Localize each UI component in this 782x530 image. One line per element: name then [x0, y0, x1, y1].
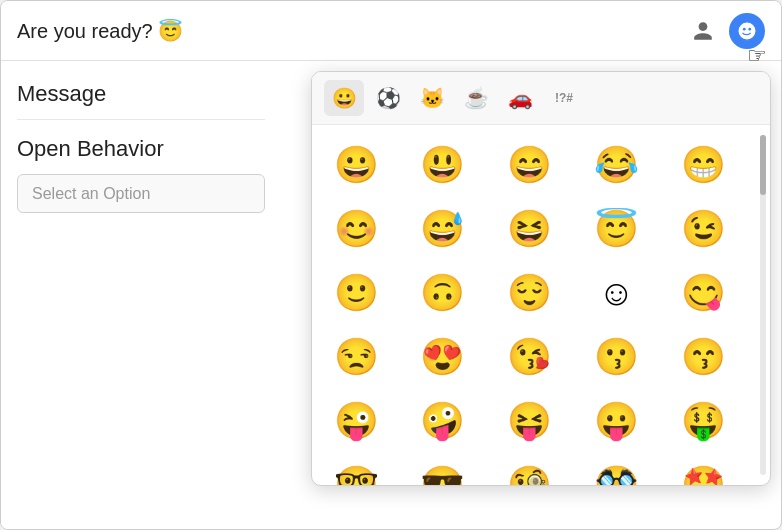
- select-option-dropdown[interactable]: Select an Option: [17, 174, 265, 213]
- emoji-cell[interactable]: 😜: [326, 391, 386, 451]
- emoji-cell[interactable]: 😍: [413, 327, 473, 387]
- emoji-tab-smiley[interactable]: 😀: [324, 80, 364, 116]
- emoji-cell[interactable]: 😀: [326, 135, 386, 195]
- emoji-cell[interactable]: 🤑: [673, 391, 733, 451]
- emoji-icon: [736, 20, 758, 42]
- header-bar: Are you ready? 😇: [1, 1, 781, 61]
- emoji-cell[interactable]: 😎: [413, 455, 473, 485]
- emoji-cell[interactable]: 🤩: [673, 455, 733, 485]
- emoji-cell[interactable]: 😃: [413, 135, 473, 195]
- emoji-icon-button[interactable]: [729, 13, 765, 49]
- emoji-cell[interactable]: 😝: [500, 391, 560, 451]
- message-label: Message: [17, 81, 265, 120]
- emoji-picker-panel: 😀 ⚽ 🐱 ☕ 🚗 !?# 😀😃😄😂😁😊😅😆😇😉🙂🙃😌☺️😋😒😍😘😗😙😜🤪😝😛🤑…: [311, 71, 771, 486]
- left-panel: Message Open Behavior Select an Option: [1, 61, 281, 529]
- emoji-cell[interactable]: 😘: [500, 327, 560, 387]
- emoji-cell[interactable]: 😛: [586, 391, 646, 451]
- emoji-cell[interactable]: 😌: [500, 263, 560, 323]
- main-container: Are you ready? 😇 Message Open Behavior: [0, 0, 782, 530]
- person-icon: [692, 20, 714, 42]
- emoji-cell[interactable]: ☺️: [586, 263, 646, 323]
- page-title: Are you ready? 😇: [17, 19, 183, 43]
- emoji-cell[interactable]: 🥸: [586, 455, 646, 485]
- emoji-tab-symbols[interactable]: !?#: [544, 80, 584, 116]
- open-behavior-label: Open Behavior: [17, 136, 265, 162]
- emoji-cell[interactable]: 🤪: [413, 391, 473, 451]
- emoji-cell[interactable]: 😄: [500, 135, 560, 195]
- emoji-tabs: 😀 ⚽ 🐱 ☕ 🚗 !?#: [312, 72, 770, 125]
- emoji-tab-sports[interactable]: ⚽: [368, 80, 408, 116]
- emoji-grid-wrapper: 😀😃😄😂😁😊😅😆😇😉🙂🙃😌☺️😋😒😍😘😗😙😜🤪😝😛🤑🤓😎🧐🥸🤩: [312, 125, 770, 485]
- emoji-grid: 😀😃😄😂😁😊😅😆😇😉🙂🙃😌☺️😋😒😍😘😗😙😜🤪😝😛🤑🤓😎🧐🥸🤩: [312, 125, 770, 485]
- emoji-cell[interactable]: 😒: [326, 327, 386, 387]
- emoji-cell[interactable]: 😊: [326, 199, 386, 259]
- header-icons: [685, 13, 765, 49]
- symbols-tab-label: !?#: [555, 91, 573, 105]
- emoji-cell[interactable]: 🙂: [326, 263, 386, 323]
- emoji-cell[interactable]: 😗: [586, 327, 646, 387]
- emoji-cell[interactable]: 😁: [673, 135, 733, 195]
- emoji-cell[interactable]: 😙: [673, 327, 733, 387]
- emoji-cell[interactable]: 😇: [586, 199, 646, 259]
- svg-point-2: [748, 27, 751, 30]
- emoji-cell[interactable]: 😂: [586, 135, 646, 195]
- scroll-track: [760, 135, 766, 475]
- emoji-cell[interactable]: 😋: [673, 263, 733, 323]
- emoji-cell[interactable]: 🧐: [500, 455, 560, 485]
- emoji-cell[interactable]: 🙃: [413, 263, 473, 323]
- emoji-tab-animals[interactable]: 🐱: [412, 80, 452, 116]
- emoji-cell[interactable]: 😅: [413, 199, 473, 259]
- emoji-cell[interactable]: 🤓: [326, 455, 386, 485]
- emoji-cell[interactable]: 😉: [673, 199, 733, 259]
- emoji-tab-food[interactable]: ☕: [456, 80, 496, 116]
- person-icon-button[interactable]: [685, 13, 721, 49]
- scroll-thumb[interactable]: [760, 135, 766, 195]
- emoji-tab-travel[interactable]: 🚗: [500, 80, 540, 116]
- svg-point-1: [743, 27, 746, 30]
- emoji-cell[interactable]: 😆: [500, 199, 560, 259]
